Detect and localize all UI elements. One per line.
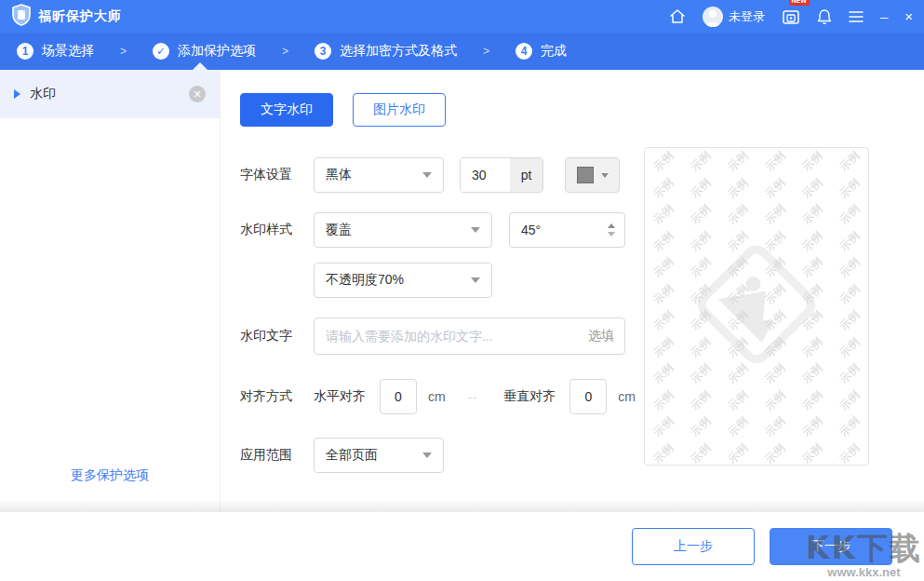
font-settings-label: 字体设置	[240, 167, 292, 183]
spinner-up-icon[interactable]	[608, 223, 615, 228]
page-range-select[interactable]: 全部页面	[314, 438, 444, 473]
chevron-down-icon	[422, 453, 432, 458]
avatar	[703, 7, 723, 27]
chevron-right-icon: >	[120, 45, 127, 58]
style-value: 覆盖	[326, 222, 352, 238]
chevron-down-icon	[422, 172, 432, 178]
watermark-style-label: 水印样式	[240, 222, 292, 238]
dash-separator: --	[468, 390, 478, 404]
login-area[interactable]: 未登录	[703, 7, 765, 27]
home-icon[interactable]	[669, 8, 686, 24]
sidebar: 水印 ✕ 更多保护选项	[0, 70, 221, 512]
chevron-down-icon	[471, 227, 480, 233]
step-4-circle: 4	[516, 43, 532, 60]
body: 水印 ✕ 更多保护选项 文字水印 图片水印 字体设置 黑体 pt	[0, 70, 924, 512]
step-2-check-icon: ✓	[153, 43, 169, 60]
shield-logo-icon	[11, 4, 32, 30]
alignment-label: 对齐方式	[240, 388, 292, 405]
remove-watermark-icon[interactable]: ✕	[189, 86, 206, 102]
step-1-scene[interactable]: 1 场景选择	[17, 43, 94, 60]
angle-spinner[interactable]: 45°	[509, 212, 625, 248]
sidebar-item-watermark[interactable]: 水印 ✕	[0, 70, 220, 118]
titlebar-controls: 未登录 NEW – ×	[669, 7, 913, 27]
watermark-type-tabs: 文字水印 图片水印	[240, 93, 924, 127]
chevron-right-icon: >	[282, 45, 288, 58]
step-2-protection-options[interactable]: ✓ 添加保护选项	[153, 43, 256, 60]
font-family-value: 黑体	[326, 167, 352, 183]
watermark-text-wrap: 选填	[314, 318, 625, 355]
step-2-label: 添加保护选项	[178, 43, 256, 60]
font-size-group: pt	[460, 157, 543, 193]
h-align-input[interactable]	[380, 379, 417, 414]
triangle-right-icon	[14, 89, 20, 99]
tab-image-watermark[interactable]: 图片水印	[353, 93, 446, 127]
previous-step-button[interactable]: 上一步	[632, 528, 755, 565]
chevron-right-icon: >	[483, 45, 489, 58]
color-swatch	[577, 167, 594, 183]
sidebar-item-label: 水印	[30, 86, 56, 102]
font-size-unit: pt	[510, 158, 542, 192]
font-size-input[interactable]	[461, 158, 510, 192]
bell-icon[interactable]	[817, 8, 832, 25]
chevron-down-icon	[471, 277, 480, 283]
app-title: 福昕保护大师	[38, 8, 122, 25]
login-label: 未登录	[729, 8, 765, 25]
app-logo-wrap: 福昕保护大师	[11, 4, 122, 30]
app-window: 福昕保护大师 未登录 NEW – ×	[0, 0, 924, 581]
footer-bar: 上一步 下一步	[0, 512, 924, 581]
opacity-value: 不透明度70%	[326, 272, 404, 289]
next-step-button[interactable]: 下一步	[770, 528, 892, 565]
new-badge: NEW	[789, 0, 810, 6]
close-button[interactable]: ×	[904, 9, 913, 23]
titlebar: 福昕保护大师 未登录 NEW – ×	[0, 0, 924, 33]
step-1-circle: 1	[17, 43, 33, 60]
tab-text-watermark[interactable]: 文字水印	[240, 93, 333, 127]
minimize-button[interactable]: –	[880, 9, 888, 23]
opacity-select[interactable]: 不透明度70%	[314, 263, 492, 298]
watermark-text-label: 水印文字	[240, 328, 292, 345]
font-color-picker[interactable]	[565, 157, 620, 193]
v-align-label: 垂直对齐	[503, 388, 556, 405]
style-select[interactable]: 覆盖	[314, 212, 492, 248]
page-range-value: 全部页面	[326, 447, 378, 464]
angle-value: 45°	[521, 223, 541, 237]
apply-range-label: 应用范围	[240, 447, 292, 464]
step-4-label: 完成	[541, 43, 567, 60]
h-align-label: 水平对齐	[314, 388, 366, 405]
step-3-encryption[interactable]: 3 选择加密方式及格式	[315, 43, 457, 60]
spinner-down-icon[interactable]	[608, 232, 615, 236]
step-3-label: 选择加密方式及格式	[340, 43, 457, 60]
watermark-text-input[interactable]	[314, 318, 625, 355]
font-family-select[interactable]: 黑体	[314, 157, 444, 193]
v-align-input[interactable]	[569, 379, 607, 414]
step-4-finish[interactable]: 4 完成	[516, 43, 567, 60]
h-align-unit: cm	[428, 389, 446, 404]
gift-box-icon[interactable]: NEW	[782, 8, 800, 25]
watermark-preview: 示例示例示例示例示例示例示例示例示例示例示例示例示例示例示例示例示例示例示例示例…	[644, 147, 869, 466]
current-step-notch	[193, 62, 208, 70]
v-align-unit: cm	[618, 389, 636, 404]
more-protection-options-link[interactable]: 更多保护选项	[0, 467, 220, 484]
spinner-arrows	[608, 223, 615, 236]
step-3-circle: 3	[315, 43, 331, 60]
preview-tiles: 示例示例示例示例示例示例示例示例示例示例示例示例示例示例示例示例示例示例示例示例…	[645, 148, 868, 465]
steps-bar: 1 场景选择 > ✓ 添加保护选项 > 3 选择加密方式及格式 > 4 完成	[0, 33, 924, 70]
chevron-down-icon	[601, 173, 609, 178]
optional-hint: 选填	[588, 328, 614, 345]
menu-icon[interactable]	[849, 11, 864, 22]
main-panel: 文字水印 图片水印 字体设置 黑体 pt	[221, 70, 924, 512]
step-1-label: 场景选择	[42, 43, 94, 60]
